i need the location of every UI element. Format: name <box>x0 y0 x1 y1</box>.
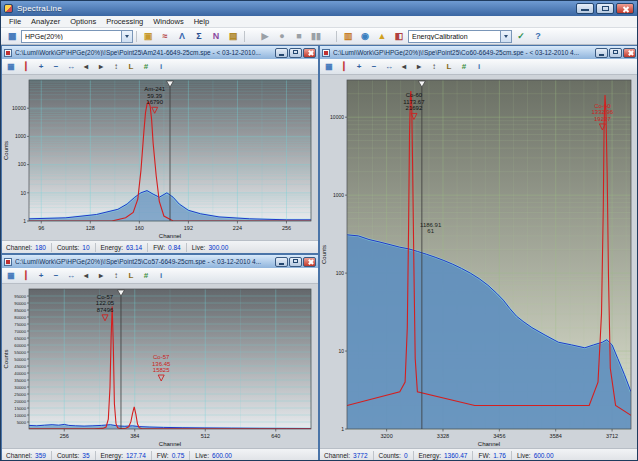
zoom-fit-icon[interactable]: ↔ <box>64 61 78 73</box>
spectrum-window-icon[interactable]: ▦ <box>4 29 20 43</box>
log-scale-icon[interactable]: L <box>442 61 456 73</box>
co60-close-button[interactable] <box>623 48 636 58</box>
am241-titlebar[interactable]: C:\Lumi\Work\GP\HPGe(20%)\!Spe\Point25\A… <box>2 46 318 59</box>
co57-close-button[interactable] <box>303 257 316 267</box>
zoom-fit-icon[interactable]: ↔ <box>64 270 78 282</box>
pan-right-icon[interactable]: ▸ <box>94 270 108 282</box>
library-icon[interactable]: ▥ <box>340 29 356 43</box>
zoom-out-icon[interactable]: − <box>49 270 63 282</box>
co60-maximize-button[interactable] <box>609 48 622 58</box>
svg-text:5000: 5000 <box>17 420 27 425</box>
menu-help[interactable]: Help <box>189 17 214 26</box>
nuclide-library-icon[interactable]: N <box>208 29 224 43</box>
markers-icon[interactable]: ┃ <box>19 270 33 282</box>
status-channel-value: 359 <box>35 452 46 459</box>
main-titlebar[interactable]: SpectraLine <box>1 1 637 16</box>
info-icon[interactable]: i <box>472 61 486 73</box>
svg-text:640: 640 <box>271 433 280 439</box>
open-spectrum-icon[interactable]: ▣ <box>140 29 156 43</box>
pan-right-icon[interactable]: ▸ <box>412 61 426 73</box>
pan-left-icon[interactable]: ◂ <box>79 270 93 282</box>
detector-combo[interactable]: HPGe(20%) <box>21 30 133 43</box>
am241-close-button[interactable] <box>303 48 316 58</box>
co60-spectrum-plot[interactable]: 32003328345635843712110100100010000Chann… <box>320 75 638 448</box>
svg-text:10000: 10000 <box>330 114 344 120</box>
co57-maximize-button[interactable] <box>289 257 302 267</box>
co57-spectrum-plot[interactable]: 2563845126405000100001500020000250003000… <box>2 284 318 448</box>
am241-toolbar: ▦┃+−↔◂▸↕L#i <box>2 59 318 75</box>
dropdown-arrow-icon[interactable] <box>121 31 132 42</box>
efficiency-icon[interactable]: ▲ <box>374 29 390 43</box>
maximize-button[interactable] <box>596 3 614 14</box>
child-window-am241: C:\Lumi\Work\GP\HPGe(20%)\!Spe\Point25\A… <box>1 45 319 254</box>
zoom-in-icon[interactable]: + <box>352 61 366 73</box>
pan-left-icon[interactable]: ◂ <box>79 61 93 73</box>
isotope-id-icon[interactable]: ◉ <box>357 29 373 43</box>
pan-right-icon[interactable]: ▸ <box>94 61 108 73</box>
sum-spectra-icon[interactable]: Σ <box>191 29 207 43</box>
mdi-area: C:\Lumi\Work\GP\HPGe(20%)\!Spe\Point25\A… <box>1 45 637 461</box>
menu-windows[interactable]: Windows <box>148 17 188 26</box>
zoom-out-icon[interactable]: − <box>367 61 381 73</box>
dropdown-arrow-icon[interactable] <box>500 31 511 42</box>
info-icon[interactable]: i <box>154 61 168 73</box>
grid-icon[interactable]: # <box>457 61 471 73</box>
y-autoscale-icon[interactable]: ↕ <box>427 61 441 73</box>
apply-calibration-icon[interactable]: ✓ <box>513 29 529 43</box>
co60-titlebar[interactable]: C:\Lumi\Work\GP\HPGe(20%)\!Spe\Point25\C… <box>320 46 638 59</box>
calibration-combo-value: EnergyCalibration <box>412 33 468 40</box>
status-energy-value: 127.74 <box>126 452 146 459</box>
calibration-combo[interactable]: EnergyCalibration <box>408 30 512 43</box>
menu-options[interactable]: Options <box>65 17 101 26</box>
co60-statusbar: Channel:3772 Counts:0 Energy:1360.47 FW:… <box>320 448 638 461</box>
am241-spectrum-plot[interactable]: 96128160192224256110100100010000ChannelC… <box>2 75 318 240</box>
pause-acquisition-icon[interactable]: ▮▮ <box>308 29 324 43</box>
app-icon <box>4 4 13 13</box>
markers-icon[interactable]: ┃ <box>337 61 351 73</box>
zoom-in-icon[interactable]: + <box>34 61 48 73</box>
log-scale-icon[interactable]: L <box>124 270 138 282</box>
co60-minimize-button[interactable] <box>595 48 608 58</box>
spectrum-icon[interactable]: ▦ <box>4 270 18 282</box>
minimize-button[interactable] <box>576 3 594 14</box>
status-channel-value: 180 <box>35 244 46 251</box>
maximize-icon <box>602 6 609 11</box>
info-icon[interactable]: i <box>154 270 168 282</box>
menu-analyzer[interactable]: Analyzer <box>26 17 65 26</box>
svg-text:85000: 85000 <box>14 308 26 313</box>
co57-titlebar[interactable]: C:\Lumi\Work\GP\HPGe(20%)\!Spe\Point25\C… <box>2 255 318 268</box>
zoom-fit-icon[interactable]: ↔ <box>382 61 396 73</box>
report-icon[interactable]: ▤ <box>225 29 241 43</box>
grid-icon[interactable]: # <box>139 61 153 73</box>
am241-maximize-button[interactable] <box>289 48 302 58</box>
grid-icon[interactable]: # <box>139 270 153 282</box>
am241-minimize-button[interactable] <box>275 48 288 58</box>
status-live-value: 600.00 <box>534 452 554 459</box>
log-scale-icon[interactable]: L <box>124 61 138 73</box>
start-acquisition-icon[interactable]: ▶ <box>257 29 273 43</box>
y-autoscale-icon[interactable]: ↕ <box>109 61 123 73</box>
svg-text:Channel: Channel <box>159 441 181 447</box>
menu-file[interactable]: File <box>4 17 26 26</box>
zoom-out-icon[interactable]: − <box>49 61 63 73</box>
close-button[interactable] <box>616 3 634 14</box>
svg-text:Channel: Channel <box>478 441 500 447</box>
record-acquisition-icon[interactable]: ● <box>274 29 290 43</box>
y-autoscale-icon[interactable]: ↕ <box>109 270 123 282</box>
svg-text:Co-601332.9619227: Co-601332.9619227 <box>592 103 614 122</box>
spectrum-icon[interactable]: ▦ <box>4 61 18 73</box>
help-icon[interactable]: ? <box>530 29 546 43</box>
markers-icon[interactable]: ┃ <box>19 61 33 73</box>
svg-text:65000: 65000 <box>14 336 26 341</box>
pan-left-icon[interactable]: ◂ <box>397 61 411 73</box>
co57-minimize-button[interactable] <box>275 257 288 267</box>
peak-search-icon[interactable]: Λ <box>174 29 190 43</box>
svg-text:96: 96 <box>38 225 44 231</box>
settings-icon[interactable]: ◧ <box>391 29 407 43</box>
menu-processing[interactable]: Processing <box>101 17 148 26</box>
main-toolbar: ▦ HPGe(20%) ▣≈ΛΣN▤ ▶●■▮▮ ▥◉▲◧ EnergyCali… <box>1 28 637 45</box>
spectrum-icon[interactable]: ▦ <box>322 61 336 73</box>
zoom-in-icon[interactable]: + <box>34 270 48 282</box>
stop-acquisition-icon[interactable]: ■ <box>291 29 307 43</box>
energy-calibration-icon[interactable]: ≈ <box>157 29 173 43</box>
